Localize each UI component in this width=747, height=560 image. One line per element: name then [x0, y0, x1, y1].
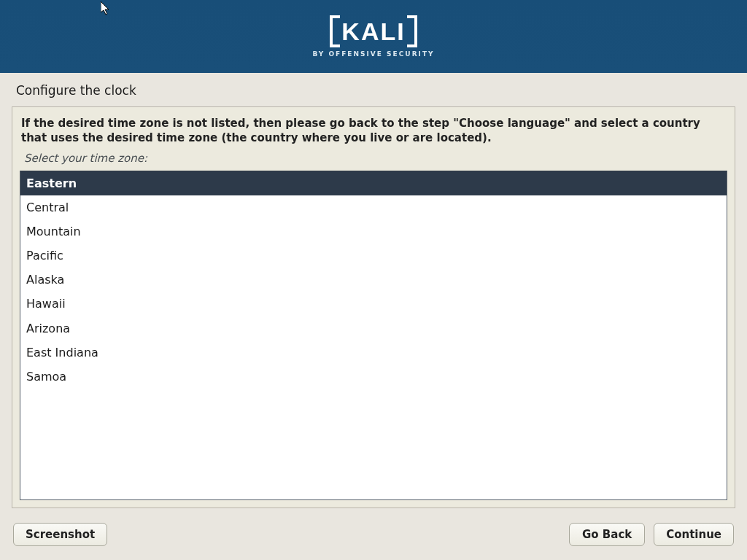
installer-banner: KALI BY OFFENSIVE SECURITY — [0, 0, 747, 73]
timezone-option[interactable]: Samoa — [20, 365, 727, 389]
content-panel: If the desired time zone is not listed, … — [12, 106, 735, 508]
cursor-icon — [101, 1, 112, 16]
footer: Screenshot Go Back Continue — [0, 508, 747, 559]
timezone-listbox[interactable]: EasternCentralMountainPacificAlaskaHawai… — [20, 171, 727, 500]
prompt-text: Select your time zone: — [20, 150, 727, 171]
timezone-option[interactable]: Pacific — [20, 244, 727, 268]
page-title: Configure the clock — [0, 73, 747, 104]
timezone-option[interactable]: Central — [20, 195, 727, 219]
timezone-option[interactable]: East Indiana — [20, 341, 727, 365]
timezone-option[interactable]: Arizona — [20, 316, 727, 341]
instruction-text: If the desired time zone is not listed, … — [20, 114, 727, 150]
continue-button[interactable]: Continue — [654, 523, 734, 546]
svg-marker-0 — [101, 1, 109, 15]
timezone-option[interactable]: Mountain — [20, 219, 727, 244]
timezone-option[interactable]: Hawaii — [20, 292, 727, 316]
brand-tagline: BY OFFENSIVE SECURITY — [312, 50, 434, 58]
brand-name: KALI — [337, 15, 409, 47]
kali-logo: KALI BY OFFENSIVE SECURITY — [312, 15, 434, 57]
timezone-option[interactable]: Eastern — [20, 171, 727, 195]
go-back-button[interactable]: Go Back — [569, 523, 645, 546]
screenshot-button[interactable]: Screenshot — [13, 523, 107, 546]
timezone-option[interactable]: Alaska — [20, 268, 727, 292]
